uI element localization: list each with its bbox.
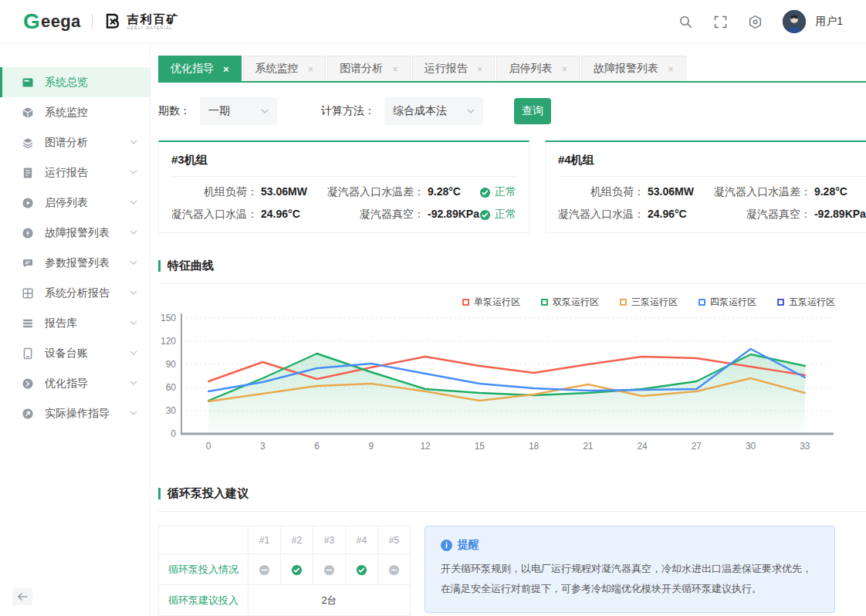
legend-item[interactable]: 四泵运行区 [699, 296, 756, 309]
x-tick-label: 30 [746, 441, 756, 452]
sidebar-item-3[interactable]: 图谱分析 [0, 127, 150, 157]
chevron-down-icon [130, 411, 137, 416]
metric: 凝汽器入口水温：24.96°C [558, 208, 712, 222]
sidebar-item-label: 优化指导 [45, 377, 88, 391]
metric-label: 凝汽器入口水温差： [326, 185, 425, 199]
sidebar-collapse-button[interactable] [12, 588, 32, 605]
legend-swatch [462, 299, 469, 306]
brand-mark-icon [104, 13, 121, 30]
sidebar-item-label: 设备台账 [45, 347, 88, 360]
status-badge: 正常 [479, 185, 516, 199]
metric-value: -92.89KPa [814, 208, 866, 220]
legend-item[interactable]: 三泵运行区 [620, 296, 678, 309]
method-select[interactable]: 综合成本法 [384, 97, 483, 125]
search-icon[interactable] [678, 15, 693, 29]
geega-g-mark: G [23, 11, 40, 32]
metric-value: -92.89KPa [428, 208, 479, 220]
tab-close-icon[interactable]: × [561, 64, 567, 74]
legend-item[interactable]: 单泵运行区 [462, 296, 520, 309]
legend-label: 五泵运行区 [789, 296, 835, 309]
check-circle-icon [479, 209, 491, 221]
ledger-icon [22, 347, 34, 360]
column-header: #5 [378, 526, 411, 554]
y-tick-label: 30 [166, 405, 177, 416]
chevron-down-icon [130, 350, 137, 356]
row-label: 循环泵投入情况 [159, 554, 249, 585]
chevron-down-icon [130, 230, 137, 235]
legend-item[interactable]: 五泵运行区 [777, 296, 835, 309]
info-icon: i [441, 540, 452, 551]
arrow-left-icon [18, 593, 28, 601]
tab-close-icon[interactable]: × [392, 64, 398, 74]
sidebar-item-11[interactable]: 优化指导 [0, 368, 150, 398]
query-button[interactable]: 查询 [514, 98, 551, 124]
fullscreen-icon[interactable] [713, 15, 728, 29]
metric-row: 机组负荷：53.06MW凝汽器入口水温差：9.28°C异常 [558, 185, 866, 199]
chevron-down-icon [130, 290, 137, 296]
sidebar-item-12[interactable]: 实际操作指导 [0, 398, 150, 428]
sidebar-item-6[interactable]: 故障报警列表 [0, 218, 150, 248]
tab-label: 图谱分析 [340, 62, 383, 76]
period-label: 期数： [158, 104, 191, 118]
chevron-down-icon [467, 109, 475, 114]
minus-circle-icon [323, 564, 335, 576]
tab-close-icon[interactable]: × [477, 64, 483, 74]
sidebar-item-5[interactable]: 启停列表 [0, 188, 150, 218]
legend-label: 单泵运行区 [474, 296, 520, 309]
avatar[interactable] [783, 10, 806, 33]
legend-swatch [777, 299, 784, 306]
sidebar-item-8[interactable]: 系统分析报告 [0, 278, 150, 308]
tab-3[interactable]: 图谱分析× [327, 56, 411, 81]
tab-5[interactable]: 启停列表× [496, 56, 580, 81]
brand-logo: 吉利百矿 GEELY MATERIAL [104, 13, 179, 30]
y-tick-label: 150 [161, 313, 176, 323]
pump-section: 循环泵投入建议 #1#2#3#4#5循环泵投入情况循环泵建议投入2台 i 提醒 … [158, 486, 866, 616]
sidebar-item-10[interactable]: 设备台账 [0, 338, 150, 368]
sidebar-item-label: 系统分析报告 [45, 286, 110, 300]
notice-box: i 提醒 开关循环泵规则，以电厂运行规程对凝汽器真空，冷却水进出口温差保证要求优… [425, 526, 835, 613]
metric: 凝汽器入口水温差：9.28°C [326, 185, 479, 199]
x-tick-label: 3 [260, 441, 266, 452]
section-accent-bar [158, 488, 161, 499]
tab-close-icon[interactable]: × [308, 64, 314, 74]
bolt-circle-icon [22, 227, 34, 239]
tab-label: 系统监控 [255, 62, 299, 76]
app-header: Geega 吉利百矿 GEELY MATERIAL [0, 0, 866, 44]
section-accent-bar [158, 260, 161, 272]
sidebar-item-9[interactable]: 报告库 [0, 308, 150, 338]
status-text: 正常 [495, 185, 516, 199]
play-circle-icon [22, 197, 34, 209]
settings-icon[interactable] [748, 15, 763, 29]
sidebar-item-4[interactable]: 运行报告 [0, 157, 150, 188]
metric: 凝汽器真空：-92.89KPa [326, 208, 479, 222]
username[interactable]: 用户1 [815, 15, 843, 29]
unit-card-2: #4机组机组负荷：53.06MW凝汽器入口水温差：9.28°C异常凝汽器入口水温… [545, 140, 866, 233]
tab-label: 优化指导 [171, 62, 214, 76]
chevron-down-icon [130, 140, 137, 145]
notice-text: 开关循环泵规则，以电厂运行规程对凝汽器真空，冷却水进出口温差保证要求优先，在满足… [441, 559, 819, 599]
x-tick-label: 0 [206, 441, 211, 452]
tab-1[interactable]: 优化指导× [158, 56, 242, 81]
curve-section-header: 特征曲线 [158, 259, 866, 284]
tab-2[interactable]: 系统监控× [243, 56, 326, 81]
metric-label: 凝汽器真空： [326, 208, 425, 222]
metric: 凝汽器入口水温：24.96°C [171, 208, 326, 222]
sidebar-item-2[interactable]: 系统监控 [0, 97, 150, 127]
header-actions: 用户1 [678, 10, 843, 33]
tab-close-icon[interactable]: × [223, 64, 229, 74]
legend-item[interactable]: 双泵运行区 [541, 296, 599, 309]
tab-close-icon[interactable]: × [668, 64, 674, 74]
column-header: #3 [313, 526, 346, 554]
metric-row: 机组负荷：53.06MW凝汽器入口水温差：9.28°C正常 [171, 185, 516, 199]
tab-6[interactable]: 故障报警列表× [581, 56, 686, 81]
logo: Geega 吉利百矿 GEELY MATERIAL [23, 11, 179, 32]
tab-4[interactable]: 运行报告× [412, 56, 496, 81]
sidebar-item-label: 参数报警列表 [45, 256, 110, 270]
sidebar-item-label: 实际操作指导 [45, 407, 110, 421]
tab-label: 故障报警列表 [594, 62, 658, 76]
period-select[interactable]: 一期 [200, 97, 277, 125]
sidebar-item-1[interactable]: 系统总览 [0, 67, 150, 97]
sidebar-item-7[interactable]: 参数报警列表 [0, 248, 150, 278]
metric-value: 53.06MW [261, 185, 307, 198]
legend-swatch [541, 299, 548, 306]
